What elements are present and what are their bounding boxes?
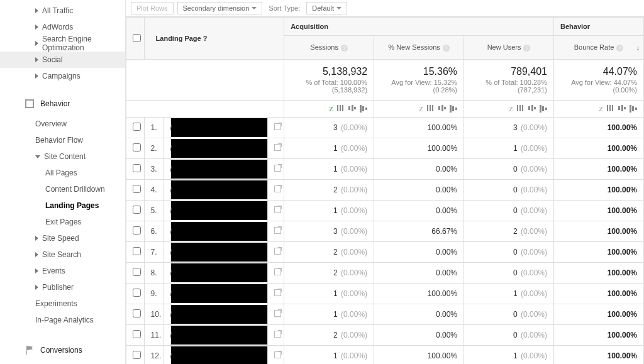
help-icon[interactable]: ? — [203, 35, 208, 42]
viz-toggle-newusers[interactable]: Z — [464, 101, 554, 118]
open-link-icon[interactable] — [274, 331, 281, 338]
open-link-icon[interactable] — [274, 268, 281, 275]
row-page-redacted[interactable] — [171, 221, 267, 242]
row-checkbox[interactable] — [133, 164, 141, 172]
col-sessions[interactable]: Sessions? — [284, 36, 374, 60]
cell-new-users: 0 (0.00%) — [464, 242, 554, 263]
cell-pct-new: 0.00% — [374, 263, 464, 284]
secondary-dimension-dropdown[interactable]: Secondary dimension — [177, 2, 263, 14]
sidebar-item[interactable]: All Pages — [0, 165, 125, 181]
sidebar-item[interactable]: AdWords — [0, 19, 125, 35]
row-checkbox[interactable] — [133, 206, 141, 214]
row-page-redacted[interactable] — [171, 180, 267, 201]
help-icon[interactable]: ? — [523, 45, 530, 52]
sidebar-item[interactable]: Events — [0, 263, 125, 279]
cell-sessions: 1 (0.00%) — [284, 346, 374, 365]
sidebar-item[interactable]: Overview — [0, 116, 125, 132]
row-checkbox[interactable] — [133, 309, 141, 317]
row-page-redacted[interactable] — [171, 118, 267, 138]
sidebar-item[interactable]: All Traffic — [0, 3, 125, 19]
sidebar-item[interactable]: Experiments — [0, 295, 125, 312]
open-link-icon[interactable] — [274, 123, 281, 130]
open-link-icon[interactable] — [274, 144, 281, 151]
open-link-icon[interactable] — [274, 165, 281, 172]
viz-toggle-bounce[interactable]: Z — [554, 101, 644, 118]
open-link-icon[interactable] — [274, 206, 281, 213]
row-checkbox[interactable] — [133, 143, 141, 152]
open-link-icon[interactable] — [274, 227, 281, 234]
cell-bounce: 100.00% — [554, 346, 644, 365]
help-icon[interactable]: ? — [616, 45, 623, 52]
row-index: 7. — [144, 242, 164, 263]
open-link-icon[interactable] — [274, 351, 281, 358]
row-page-redacted[interactable] — [171, 284, 267, 304]
viz-toggle-sessions[interactable]: Z — [284, 101, 374, 118]
row-checkbox[interactable] — [133, 226, 141, 234]
sidebar-item-label: Site Content — [44, 152, 86, 161]
open-link-icon[interactable] — [274, 310, 281, 317]
row-checkbox[interactable] — [133, 351, 141, 359]
sidebar-item[interactable]: Exit Pages — [0, 214, 125, 230]
sidebar-item[interactable]: Landing Pages — [0, 197, 125, 214]
help-icon[interactable]: ? — [443, 45, 450, 52]
row-page-redacted[interactable] — [171, 346, 267, 365]
row-page-redacted[interactable] — [171, 263, 267, 284]
row-checkbox[interactable] — [133, 185, 141, 193]
cell-sessions: 3 (0.00%) — [284, 118, 374, 138]
sidebar-item[interactable]: Site Search — [0, 246, 125, 263]
sidebar-item[interactable]: Publisher — [0, 279, 125, 295]
bars-icon — [337, 105, 345, 111]
cell-sessions: 2 (0.00%) — [284, 325, 374, 346]
sidebar-item[interactable]: Content Drilldown — [0, 181, 125, 197]
row-page-redacted[interactable] — [171, 201, 267, 221]
sidebar-item[interactable]: Behavior Flow — [0, 132, 125, 148]
sort-type-dropdown[interactable]: Default — [306, 2, 347, 14]
sidebar-item[interactable]: In-Page Analytics — [0, 312, 125, 328]
cell-bounce: 100.00% — [554, 138, 644, 159]
row-index: 5. — [144, 201, 164, 221]
open-link-icon[interactable] — [274, 185, 281, 192]
caret-right-icon — [35, 236, 38, 241]
chevron-down-icon — [336, 7, 341, 9]
row-checkbox[interactable] — [133, 330, 141, 338]
open-link-icon[interactable] — [274, 248, 281, 255]
sort-desc-icon: ↓ — [636, 43, 640, 52]
sidebar-item-label: Content Drilldown — [45, 185, 105, 194]
z-icon: Z — [509, 105, 513, 113]
sidebar-section-conversions[interactable]: Conversions — [0, 342, 125, 358]
sidebar-item-site-content[interactable]: Site Content — [0, 148, 125, 165]
chevron-down-icon — [252, 7, 257, 9]
row-path-slash: / — [164, 263, 171, 284]
col-bounce-rate[interactable]: Bounce Rate?↓ — [554, 36, 644, 60]
sidebar-item[interactable]: Campaigns — [0, 68, 125, 84]
table-row: 6./3 (0.00%)66.67%2 (0.00%)100.00% — [126, 221, 644, 242]
table-row: 12./1 (0.00%)100.00%1 (0.00%)100.00% — [126, 346, 644, 365]
row-checkbox[interactable] — [133, 289, 141, 297]
cell-new-users: 1 (0.00%) — [464, 346, 554, 365]
plot-rows-button[interactable]: Plot Rows — [131, 2, 174, 14]
row-path-slash: / — [164, 346, 171, 365]
cell-sessions: 1 (0.00%) — [284, 284, 374, 304]
row-checkbox[interactable] — [133, 247, 141, 255]
sidebar-item[interactable]: Social — [0, 52, 125, 68]
select-all-checkbox[interactable] — [133, 34, 141, 42]
row-page-redacted[interactable] — [171, 325, 267, 346]
help-icon[interactable]: ? — [341, 45, 348, 52]
row-page-redacted[interactable] — [171, 242, 267, 263]
caret-right-icon — [35, 25, 38, 30]
row-index: 12. — [144, 346, 164, 365]
cell-pct-new: 0.00% — [374, 304, 464, 325]
col-new-users[interactable]: New Users? — [464, 36, 554, 60]
viz-toggle-pctnew[interactable]: Z — [374, 101, 464, 118]
row-page-redacted[interactable] — [171, 159, 267, 180]
row-page-redacted[interactable] — [171, 304, 267, 325]
col-pct-new-sessions[interactable]: % New Sessions? — [374, 36, 464, 60]
open-link-icon[interactable] — [274, 289, 281, 296]
sidebar-section-behavior[interactable]: Behavior — [0, 96, 125, 112]
row-checkbox[interactable] — [133, 268, 141, 276]
row-page-redacted[interactable] — [171, 138, 267, 159]
sidebar-item[interactable]: Search Engine Optimization — [0, 35, 125, 52]
row-checkbox[interactable] — [133, 123, 141, 131]
sidebar-item[interactable]: Site Speed — [0, 230, 125, 246]
dimension-header[interactable]: Landing Page ? — [144, 18, 284, 60]
